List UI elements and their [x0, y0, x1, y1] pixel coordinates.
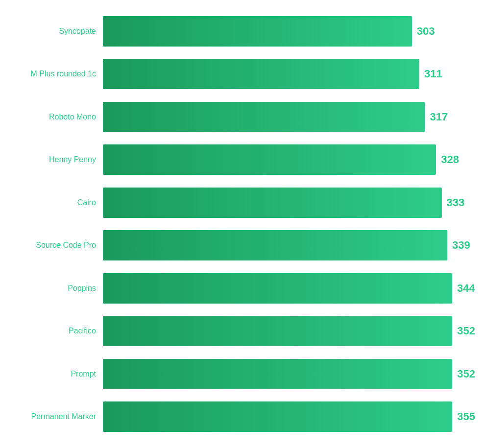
bar	[103, 359, 452, 389]
bar-wrapper: 352	[103, 359, 475, 389]
bar	[103, 316, 452, 346]
bar-row: Cairo333	[5, 184, 475, 222]
bar-row: Source Code Pro339	[5, 226, 475, 264]
bar-wrapper: 355	[103, 401, 475, 432]
bar-row: Permanent Marker355	[5, 398, 475, 436]
bar-value: 317	[430, 111, 448, 123]
bar-row: Prompt352	[5, 355, 475, 393]
bar-label: Prompt	[5, 370, 103, 378]
bar-wrapper: 303	[103, 16, 475, 47]
bar-value: 328	[441, 153, 459, 166]
bar-value: 311	[424, 68, 442, 80]
bar-label: M Plus rounded 1c	[5, 70, 103, 78]
bar-label: Permanent Marker	[5, 412, 103, 421]
bar-label: Pacifico	[5, 327, 103, 335]
bar-wrapper: 333	[103, 188, 475, 218]
bar-label: Poppins	[5, 284, 103, 293]
bar-value: 303	[417, 25, 435, 38]
bar-wrapper: 317	[103, 102, 475, 132]
bar-wrapper: 339	[103, 230, 475, 260]
bar-value: 352	[457, 325, 475, 337]
bar-row: Pacifico352	[5, 312, 475, 350]
bar-label: Source Code Pro	[5, 241, 103, 250]
bar-wrapper: 352	[103, 316, 475, 346]
bar-label: Henny Penny	[5, 155, 103, 164]
bar-value: 352	[457, 368, 475, 380]
bar-value: 339	[452, 239, 470, 252]
bar	[103, 273, 452, 304]
bar	[103, 102, 425, 132]
bar-row: Roboto Mono317	[5, 98, 475, 136]
bar-row: M Plus rounded 1c311	[5, 55, 475, 93]
bar-value: 333	[447, 196, 465, 209]
bar-value: 344	[457, 282, 475, 295]
bar-row: Poppins344	[5, 269, 475, 307]
bar-row: Henny Penny328	[5, 141, 475, 179]
bar-value: 355	[457, 410, 475, 423]
bar-label: Roboto Mono	[5, 113, 103, 121]
bar	[103, 59, 419, 89]
bar-chart: Syncopate303M Plus rounded 1c311Roboto M…	[0, 0, 485, 448]
bar-wrapper: 328	[103, 144, 475, 175]
bar-wrapper: 344	[103, 273, 475, 304]
bar	[103, 144, 436, 175]
bar	[103, 16, 412, 47]
bar-label: Syncopate	[5, 27, 103, 36]
bar-label: Cairo	[5, 198, 103, 207]
bar-row: Syncopate303	[5, 12, 475, 50]
bar	[103, 230, 447, 260]
bar	[103, 401, 452, 432]
bar-wrapper: 311	[103, 59, 475, 89]
bar	[103, 188, 442, 218]
